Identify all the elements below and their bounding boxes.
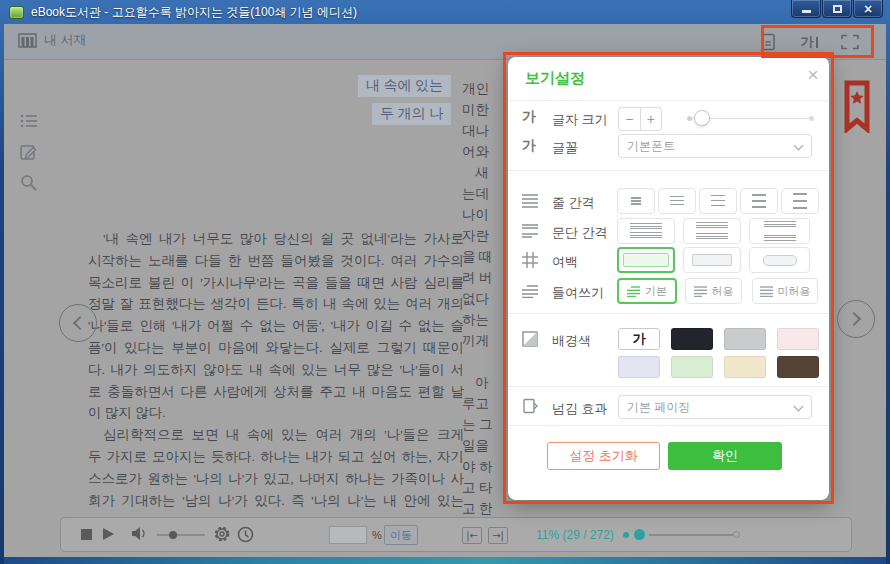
chevron-right-icon bbox=[847, 312, 861, 326]
bg-swatch-lavender[interactable] bbox=[618, 356, 660, 378]
margin-2-icon bbox=[692, 254, 732, 266]
volume-slider[interactable] bbox=[157, 534, 205, 536]
jump-to-last-button[interactable]: →| bbox=[488, 527, 508, 544]
paragraph-spacing-3-icon bbox=[764, 221, 796, 242]
right-page-line: 없다 bbox=[462, 288, 509, 309]
bookmark-ribbon-icon[interactable] bbox=[843, 80, 871, 133]
line-spacing-option-2[interactable] bbox=[658, 188, 696, 214]
right-page-line: 려 버 bbox=[462, 267, 509, 288]
font-family-label: 글꼴 bbox=[552, 139, 578, 157]
font-size-stepper: − + bbox=[618, 107, 662, 131]
play-button[interactable] bbox=[103, 528, 114, 540]
stop-button[interactable] bbox=[81, 529, 92, 540]
body-line: '나'들로 인해 '내가 어쩔 수 없는 어둠', '내가 이길 수 없는 슬 bbox=[88, 315, 464, 337]
reading-progress-text: 11% (29 / 272) bbox=[536, 528, 614, 542]
chevron-left-icon bbox=[73, 316, 87, 330]
indent-option-default-selected[interactable]: 기본 bbox=[617, 278, 677, 304]
paragraph-spacing-option-2[interactable] bbox=[683, 218, 741, 244]
bg-swatch-cream[interactable] bbox=[724, 356, 766, 378]
font-settings-icon[interactable]: 가 bbox=[797, 32, 821, 52]
page-effect-label: 넘김 효과 bbox=[552, 400, 608, 418]
right-page-line: 끼게 bbox=[462, 330, 509, 351]
font-size-decrease-button[interactable]: − bbox=[619, 108, 641, 130]
right-page-line: 일을 bbox=[462, 435, 509, 456]
minimize-icon bbox=[802, 10, 811, 13]
clock-icon[interactable] bbox=[237, 526, 254, 543]
maximize-button[interactable] bbox=[822, 0, 852, 18]
progress-marker-dot bbox=[623, 532, 629, 538]
line-spacing-5-icon bbox=[793, 193, 807, 209]
paragraph-spacing-option-3[interactable] bbox=[749, 218, 810, 244]
page-effect-select[interactable]: 기본 페이징 bbox=[618, 395, 812, 419]
volume-icon[interactable] bbox=[131, 526, 147, 541]
right-page-line: 야 하 bbox=[462, 456, 509, 477]
font-family-select[interactable]: 기본폰트 bbox=[618, 134, 812, 158]
maximize-icon bbox=[833, 5, 842, 13]
line-spacing-option-5[interactable] bbox=[781, 188, 819, 214]
close-icon: × bbox=[864, 2, 872, 16]
chevron-down-icon bbox=[794, 402, 804, 412]
line-spacing-3-icon bbox=[711, 195, 725, 207]
fullscreen-icon[interactable] bbox=[838, 32, 862, 52]
slider-end-dot bbox=[809, 116, 814, 121]
panel-title: 보기설정 bbox=[525, 69, 585, 88]
gear-icon[interactable] bbox=[213, 525, 231, 543]
right-page-line: 는데 bbox=[462, 183, 509, 204]
margin-option-1-selected[interactable] bbox=[617, 247, 675, 273]
bg-swatch-brown[interactable] bbox=[777, 356, 819, 378]
my-library-button[interactable]: 내 서재 bbox=[18, 31, 87, 49]
right-page-line: 루고 bbox=[462, 393, 509, 414]
confirm-button[interactable]: 확인 bbox=[668, 442, 782, 470]
right-page-line bbox=[462, 351, 509, 372]
paragraph-spacing-option-1[interactable] bbox=[617, 218, 675, 244]
body-line: 심리학적으로 보면 내 속에 있는 여러 개의 '나'들은 크게 bbox=[88, 424, 464, 446]
panel-close-icon[interactable]: × bbox=[802, 64, 824, 86]
view-settings-doc-icon[interactable] bbox=[756, 32, 780, 52]
note-edit-icon[interactable] bbox=[20, 143, 38, 161]
bg-swatch-green[interactable] bbox=[671, 356, 713, 378]
line-spacing-option-1[interactable] bbox=[617, 188, 655, 214]
chapter-title-line-2: 두 개의 나 bbox=[372, 103, 451, 125]
jump-to-first-button[interactable]: |← bbox=[462, 527, 482, 544]
bg-swatch-gray[interactable] bbox=[724, 328, 766, 350]
right-page-line: 고 한 bbox=[462, 498, 509, 519]
window-title: eBook도서관 - 고요할수록 밝아지는 것들(100쇄 기념 에디션) bbox=[31, 4, 357, 21]
line-spacing-option-3[interactable] bbox=[699, 188, 737, 214]
volume-slider-knob[interactable] bbox=[169, 531, 177, 539]
margin-option-3[interactable] bbox=[749, 247, 810, 273]
indent-default-icon bbox=[627, 286, 640, 297]
font-size-label: 글자 크기 bbox=[552, 111, 608, 129]
progress-slider-knob[interactable] bbox=[634, 529, 645, 540]
table-of-contents-icon[interactable] bbox=[20, 112, 38, 130]
line-spacing-option-4[interactable] bbox=[740, 188, 778, 214]
app-window: eBook도서관 - 고요할수록 밝아지는 것들(100쇄 기념 에디션) × … bbox=[0, 0, 890, 564]
bg-swatch-white[interactable]: 가 bbox=[618, 328, 660, 350]
previous-page-button[interactable] bbox=[59, 304, 97, 342]
font-size-increase-button[interactable]: + bbox=[641, 108, 662, 130]
progress-slider-track[interactable] bbox=[649, 534, 733, 536]
body-line: 시작하는 노래를 다들 한 번쯤 들어봤을 것이다. 여러 가수의 bbox=[88, 250, 464, 272]
search-icon[interactable] bbox=[20, 174, 38, 192]
bg-swatch-pink[interactable] bbox=[777, 328, 819, 350]
close-button[interactable]: × bbox=[853, 0, 883, 18]
indent-allow-label: 허용 bbox=[712, 284, 734, 299]
body-line: 스스로가 원하는 '나의 나'가 있고, 나머지 하나는 가족이나 사 bbox=[88, 468, 464, 490]
body-line: '내 속엔 내가 너무도 많아 당신의 쉴 곳 없네'라는 가사로 bbox=[88, 228, 464, 250]
font-size-slider-knob[interactable] bbox=[694, 110, 710, 126]
next-page-button[interactable] bbox=[837, 300, 875, 338]
font-size-slider[interactable] bbox=[689, 118, 812, 119]
right-page-line: 나이 bbox=[462, 204, 509, 225]
body-line: 목소리로 불린 이 '가시나무'라는 곡을 들을 때면 사람 심리를 bbox=[88, 272, 464, 294]
goto-button[interactable]: 이동 bbox=[384, 525, 418, 545]
indent-disallow-icon bbox=[760, 286, 773, 297]
body-line: 회가 기대하는 '남의 나'가 있다. 즉 '나의 나'는 내 안에 있는 bbox=[88, 490, 464, 512]
minimize-button[interactable] bbox=[791, 0, 821, 18]
margin-option-2[interactable] bbox=[683, 247, 741, 273]
indent-option-disallow[interactable]: 미허용 bbox=[752, 278, 818, 304]
line-spacing-icon bbox=[522, 193, 540, 209]
goto-percent-input[interactable] bbox=[329, 526, 367, 544]
indent-option-allow[interactable]: 허용 bbox=[685, 278, 742, 304]
bg-swatch-dark[interactable] bbox=[671, 328, 713, 350]
reset-settings-button[interactable]: 설정 초기화 bbox=[547, 442, 660, 470]
chapter-title-line-1: 내 속에 있는 bbox=[358, 75, 451, 97]
